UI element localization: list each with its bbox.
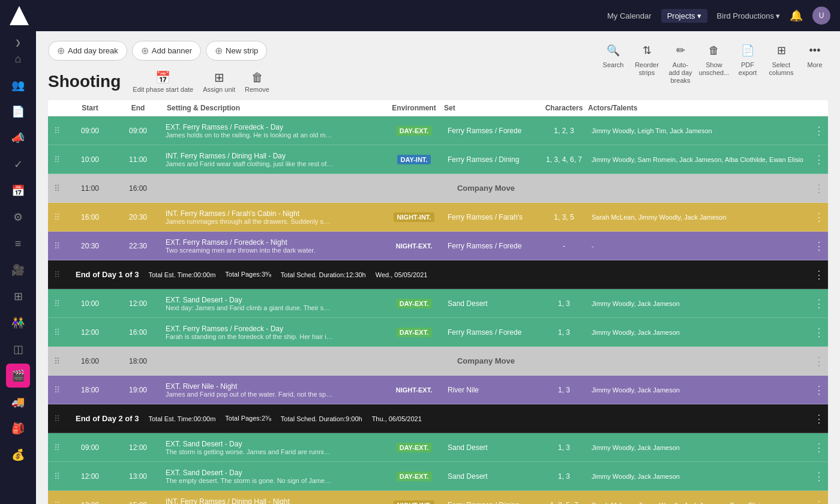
sidebar-item-people[interactable]: 👥 bbox=[6, 73, 30, 97]
sidebar-item-truck[interactable]: 🚚 bbox=[6, 390, 30, 414]
edit-phase-start-date-button[interactable]: 📅 Edit phase start date bbox=[133, 70, 193, 93]
columns-icon: ⊞ bbox=[772, 41, 791, 60]
reorder-strips-button[interactable]: ⇅ Reorder strips bbox=[634, 41, 660, 77]
set-cell: Sand Desert bbox=[444, 441, 540, 454]
day-end-info: End of Day 1 of 3 Total Est. Time:00:00m… bbox=[66, 268, 810, 281]
sidebar-item-grid[interactable]: ⊞ bbox=[6, 284, 30, 308]
total-pages: Total Pages:2⁵⁄₈ bbox=[225, 415, 271, 422]
assign-unit-button[interactable]: ⊞ Assign unit bbox=[203, 70, 235, 93]
bird-productions-dropdown[interactable]: Bird Productions ▾ bbox=[717, 11, 780, 20]
sidebar-item-check[interactable]: ✓ bbox=[6, 152, 30, 176]
drag-handle[interactable]: ⠿ bbox=[48, 325, 66, 340]
sidebar-item-camera[interactable]: 🎥 bbox=[6, 258, 30, 282]
pdf-export-button[interactable]: 📄 PDF export bbox=[734, 41, 761, 77]
set-cell: Ferry Ramses / Dining bbox=[444, 153, 540, 166]
sidebar-item-group[interactable]: 👫 bbox=[6, 311, 30, 335]
sidebar-item-calendar[interactable]: 📅 bbox=[6, 179, 30, 203]
end-time: 11:00 bbox=[114, 153, 162, 166]
more-options-button[interactable]: ⋮ bbox=[810, 266, 828, 284]
drag-handle[interactable]: ⠿ bbox=[48, 354, 66, 368]
start-time: 09:00 bbox=[66, 441, 114, 454]
new-strip-button[interactable]: ⊕ New strip bbox=[206, 41, 267, 61]
sidebar-item-home[interactable]: ⌂ bbox=[6, 47, 30, 71]
auto-add-day-breaks-button[interactable]: ✏ Auto-add day breaks bbox=[667, 41, 694, 85]
app-logo bbox=[10, 6, 29, 25]
user-avatar[interactable]: U bbox=[812, 7, 830, 25]
more-options-button[interactable]: ⋮ bbox=[810, 467, 828, 485]
environment-cell: DAY-EXT. bbox=[384, 326, 444, 339]
remove-button[interactable]: 🗑 Remove bbox=[245, 71, 269, 93]
more-options-button[interactable]: ⋮ bbox=[810, 439, 828, 457]
setting-desc: James and Farid pop out of the water. Fa… bbox=[166, 391, 334, 398]
set-cell: Ferry Ramses / Forede bbox=[444, 239, 540, 253]
sidebar-item-list[interactable]: ≡ bbox=[6, 232, 30, 256]
more-options-button[interactable]: ⋮ bbox=[810, 381, 828, 399]
sidebar-item-bag[interactable]: 🎒 bbox=[6, 416, 30, 440]
col-setting-desc: Setting & Description bbox=[162, 104, 384, 112]
more-options-button[interactable]: ⋮ bbox=[810, 496, 828, 505]
drag-handle[interactable]: ⠿ bbox=[48, 124, 66, 138]
actors-cell: Jimmy Woodly, Jack Jameson bbox=[588, 298, 810, 310]
search-tool-button[interactable]: 🔍 Search bbox=[600, 41, 626, 69]
environment-badge: NIGHT-INT. bbox=[394, 500, 435, 505]
more-options-button[interactable]: ⋮ bbox=[810, 208, 828, 226]
list-item: ⠿ 12:00 16:00 EXT. Ferry Ramses / Forede… bbox=[48, 318, 828, 347]
drag-handle[interactable]: ⠿ bbox=[48, 210, 66, 224]
company-move-label: Company Move bbox=[162, 181, 810, 195]
setting-desc: Farah is standing on the foredeck of the… bbox=[166, 333, 334, 340]
select-columns-button[interactable]: ⊞ Select columns bbox=[768, 41, 794, 77]
more-options-button[interactable]: ⋮ bbox=[810, 323, 828, 341]
drag-handle[interactable]: ⠿ bbox=[48, 152, 66, 167]
setting-description: INT. Ferry Ramses / Dining Hall - Night … bbox=[162, 495, 384, 505]
setting-title: EXT. River Nile - Night bbox=[166, 382, 380, 391]
search-icon: 🔍 bbox=[604, 41, 623, 60]
actors-cell: Jimmy Woodly, Jack Jameson bbox=[588, 470, 810, 482]
sidebar-item-layers[interactable]: ◫ bbox=[6, 337, 30, 361]
actors-cell: Jimmy Woodly, Jack Jameson bbox=[588, 326, 810, 338]
total-pages: Total Pages:3⁶⁄₈ bbox=[225, 271, 271, 278]
drag-handle[interactable]: ⠿ bbox=[48, 383, 66, 397]
end-time: 13:00 bbox=[114, 470, 162, 483]
more-options-button[interactable]: ⋮ bbox=[810, 151, 828, 169]
sidebar-collapse-button[interactable]: ❯ bbox=[15, 38, 21, 47]
main-content: ⊕ Add day break ⊕ Add banner ⊕ New strip… bbox=[36, 31, 840, 504]
day-end-date: Thu., 06/05/2021 bbox=[372, 415, 422, 422]
environment-cell: NIGHT-EXT. bbox=[384, 239, 444, 253]
start-time: 09:00 bbox=[66, 124, 114, 137]
more-options-button[interactable]: ⋮ bbox=[810, 179, 828, 197]
more-tools-button[interactable]: ••• More bbox=[802, 41, 828, 69]
sidebar-item-film[interactable]: 🎬 bbox=[6, 364, 30, 388]
more-options-button[interactable]: ⋮ bbox=[810, 352, 828, 370]
more-options-button[interactable]: ⋮ bbox=[810, 122, 828, 140]
show-unscheduled-button[interactable]: 🗑 Show unsched... bbox=[701, 41, 727, 77]
setting-description: EXT. Ferry Ramses / Foredeck - Day James… bbox=[162, 121, 384, 141]
my-calendar-link[interactable]: My Calendar bbox=[607, 11, 652, 20]
drag-handle[interactable]: ⠿ bbox=[48, 498, 66, 505]
list-item: ⠿ 20:30 22:30 EXT. Ferry Ramses / Forede… bbox=[48, 232, 828, 260]
setting-title: INT. Ferry Ramses / Dining Hall - Night bbox=[166, 497, 380, 505]
set-cell: Ferry Ramses / Forede bbox=[444, 124, 540, 137]
more-options-button[interactable]: ⋮ bbox=[810, 295, 828, 313]
characters-cell: 1, 3, 4, 6, 7 bbox=[540, 153, 588, 166]
drag-handle[interactable]: ⠿ bbox=[48, 181, 66, 196]
end-time: 18:00 bbox=[114, 355, 162, 368]
drag-handle[interactable]: ⠿ bbox=[48, 440, 66, 455]
drag-handle[interactable]: ⠿ bbox=[48, 296, 66, 311]
projects-dropdown[interactable]: Projects ▾ bbox=[661, 9, 707, 23]
add-day-break-button[interactable]: ⊕ Add day break bbox=[48, 41, 127, 61]
day-end-label: End of Day 1 of 3 bbox=[76, 270, 139, 279]
drag-handle[interactable]: ⠿ bbox=[48, 469, 66, 484]
add-banner-button[interactable]: ⊕ Add banner bbox=[132, 41, 201, 61]
characters-cell: 1, 3 bbox=[540, 297, 588, 310]
more-options-button[interactable]: ⋮ bbox=[810, 410, 828, 428]
set-cell: Ferry Ramses / Forede bbox=[444, 326, 540, 339]
col-actors-talents: Actors/Talents bbox=[588, 104, 810, 112]
notifications-bell-icon[interactable]: 🔔 bbox=[790, 9, 803, 22]
drag-handle[interactable]: ⠿ bbox=[48, 239, 66, 253]
sidebar-item-script[interactable]: 📄 bbox=[6, 100, 30, 124]
setting-title: INT. Ferry Ramses / Dining Hall - Day bbox=[166, 152, 380, 160]
sidebar-item-megaphone[interactable]: 📣 bbox=[6, 126, 30, 150]
more-options-button[interactable]: ⋮ bbox=[810, 237, 828, 255]
sidebar-item-dollar[interactable]: 💰 bbox=[6, 443, 30, 467]
sidebar-item-settings[interactable]: ⚙ bbox=[6, 205, 30, 229]
